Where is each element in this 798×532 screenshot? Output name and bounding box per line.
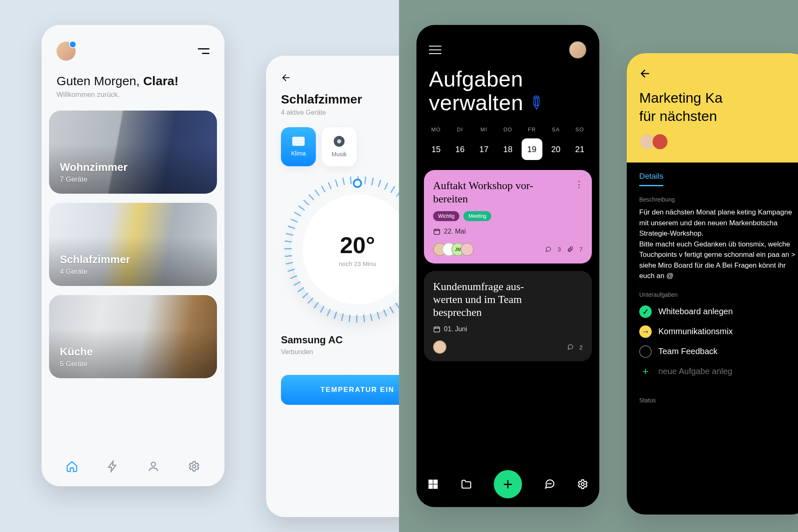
device-name: Samsung AC	[281, 334, 399, 346]
settings-icon[interactable]	[188, 460, 200, 473]
room-device-count: 4 Geräte	[60, 268, 206, 276]
task-date: 22. Mai	[433, 228, 583, 235]
calendar-icon	[433, 325, 441, 333]
folder-icon[interactable]	[461, 478, 472, 490]
day-do[interactable]: DO18	[498, 126, 518, 160]
welcome-text: Willkommen zurück.	[57, 91, 209, 99]
day-mi[interactable]: MI17	[473, 126, 494, 160]
dial-knob[interactable]	[353, 179, 362, 188]
task-card[interactable]: ⋮ Auftakt Workshop vor- bereiten Wichtig…	[424, 170, 592, 263]
calendar-icon	[433, 228, 441, 235]
day-fr[interactable]: FR19	[522, 126, 542, 160]
room-device-count: 5 Geräte	[60, 360, 206, 368]
week-strip: MO15 DI16 MI17 DO18 FR19 SA20 SO21	[416, 115, 599, 160]
temperature-toggle-button[interactable]: TEMPERATUR EIN	[281, 375, 399, 405]
subtask-row[interactable]: ✓ Whiteboard anlegen	[639, 305, 797, 318]
energy-icon[interactable]	[106, 460, 119, 473]
profile-icon[interactable]	[147, 460, 160, 473]
room-name: Schlafzimmer	[60, 253, 206, 266]
back-button[interactable]	[266, 56, 399, 85]
arrow-left-icon	[281, 72, 292, 83]
add-subtask-button[interactable]: + neue Aufgabe anleg	[639, 365, 797, 378]
subtask-row[interactable]: → Kommunikationsmix	[639, 325, 797, 338]
screen-title: Aufgaben verwalten✎	[416, 59, 599, 115]
chat-icon[interactable]	[544, 478, 555, 490]
subtask-row[interactable]: Team Feedback	[639, 345, 797, 358]
subtask-label: Kommunikationsmix	[658, 327, 733, 336]
check-done-icon: ✓	[639, 305, 652, 318]
pen-icon: ✎	[524, 91, 548, 115]
comment-count: 3	[557, 246, 561, 253]
chip-klima[interactable]: Klima	[281, 127, 316, 166]
dashboard-icon[interactable]	[427, 478, 439, 490]
user-avatar[interactable]	[569, 41, 587, 59]
task-date: 01. Juni	[433, 325, 583, 333]
device-status: Verbunden	[281, 348, 399, 356]
svg-rect-7	[433, 485, 437, 488]
tag-wichtig: Wichtig	[433, 211, 459, 221]
check-progress-icon: →	[639, 325, 652, 338]
room-card-wohnzimmer[interactable]: Wohnzimmer 7 Geräte	[49, 111, 217, 194]
back-button[interactable]	[639, 67, 652, 80]
task-card[interactable]: Kundenumfrage aus- werten und im Team be…	[424, 271, 592, 362]
chip-musik[interactable]: Musik	[322, 127, 357, 166]
settings-icon[interactable]	[577, 478, 589, 490]
svg-rect-3	[434, 327, 440, 332]
day-mo[interactable]: MO15	[426, 126, 446, 160]
room-title: Schlafzimmer	[266, 85, 399, 106]
svg-point-10	[551, 483, 551, 484]
temperature-dial[interactable]: 20° noch 23 Minu	[291, 183, 399, 316]
music-icon	[334, 136, 345, 147]
check-todo-icon	[639, 345, 652, 358]
svg-point-0	[151, 462, 155, 466]
card-menu-icon[interactable]: ⋮	[574, 179, 584, 190]
menu-icon[interactable]	[429, 46, 441, 54]
add-task-button[interactable]: +	[494, 470, 522, 498]
attachment-count: 7	[579, 246, 583, 253]
svg-point-8	[548, 483, 548, 484]
task-title: Kundenumfrage aus- werten und im Team be…	[433, 280, 583, 319]
svg-point-1	[192, 465, 196, 468]
bottom-nav	[42, 446, 224, 486]
section-label-beschreibung: Beschreibung	[627, 186, 798, 203]
room-subtitle: 4 aktive Geräte	[266, 106, 399, 116]
home-icon[interactable]	[66, 460, 78, 473]
comments-icon	[567, 344, 574, 350]
plus-icon: +	[639, 365, 652, 378]
room-card-schlafzimmer[interactable]: Schlafzimmer 4 Geräte	[49, 203, 217, 286]
room-name: Wohnzimmer	[60, 161, 206, 174]
detail-tabs: Details	[627, 163, 798, 186]
greeting: Guten Morgen, Clara!	[57, 74, 209, 88]
ac-icon	[292, 137, 305, 146]
assignee-avatars	[433, 340, 442, 354]
svg-point-11	[581, 483, 584, 486]
room-device-count: 7 Geräte	[60, 175, 206, 184]
day-so[interactable]: SO21	[569, 126, 590, 160]
section-label-unteraufgaben: Unteraufgaben	[627, 281, 798, 298]
menu-icon[interactable]	[198, 48, 209, 54]
assignee-avatars	[639, 133, 797, 150]
svg-point-9	[549, 483, 549, 484]
bottom-nav: +	[416, 461, 599, 507]
comments-icon	[545, 246, 552, 253]
tag-meeting: Meeting	[463, 211, 491, 221]
svg-rect-4	[429, 480, 433, 484]
task-detail-screen: Marketing Kafür nächsten Details Beschre…	[627, 53, 798, 515]
day-sa[interactable]: SA20	[545, 126, 566, 160]
tasks-list-screen: Aufgaben verwalten✎ MO15 DI16 MI17 DO18 …	[416, 25, 599, 507]
smarthome-home-screen: Guten Morgen, Clara! Willkommen zurück. …	[42, 25, 224, 486]
day-di[interactable]: DI16	[450, 126, 470, 160]
task-title: Auftakt Workshop vor- bereiten	[433, 179, 583, 205]
task-description: Für den nächsten Monat plane keting Kamp…	[627, 203, 798, 281]
user-avatar[interactable]	[57, 42, 76, 61]
subtask-label: Team Feedback	[658, 347, 717, 356]
room-name: Küche	[60, 345, 206, 358]
tab-details[interactable]: Details	[639, 172, 663, 186]
smarthome-room-screen: Schlafzimmer 4 aktive Geräte Klima Musik…	[266, 56, 399, 517]
comment-count: 2	[579, 344, 583, 351]
attachment-icon	[567, 246, 574, 253]
svg-rect-6	[429, 485, 433, 488]
section-label-status: Status	[627, 387, 798, 404]
room-card-kueche[interactable]: Küche 5 Geräte	[49, 295, 217, 378]
assignee-avatars: JM	[433, 243, 470, 256]
